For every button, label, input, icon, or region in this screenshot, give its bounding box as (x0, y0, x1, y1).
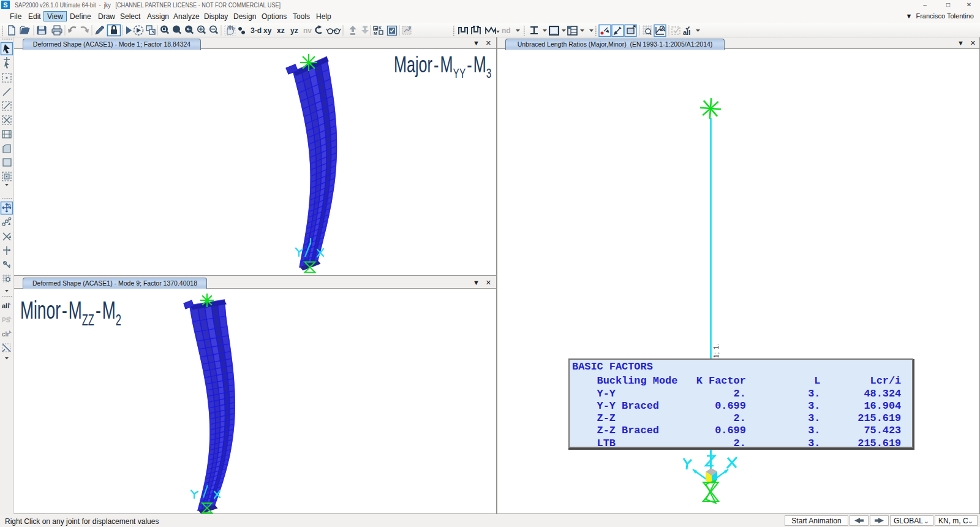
svg-text:yz: yz (290, 26, 298, 35)
svg-text:clr: clr (2, 331, 9, 338)
svg-text:nv: nv (303, 26, 312, 35)
svg-text:3-d: 3-d (251, 26, 262, 35)
svg-text:xz: xz (277, 26, 285, 35)
svg-text:PS: PS (2, 317, 10, 324)
svg-text:all: all (683, 29, 690, 36)
svg-text:K: K (379, 26, 382, 30)
svg-text:all: all (2, 302, 9, 309)
svg-text:M: M (374, 31, 377, 36)
svg-text:nd: nd (502, 26, 511, 35)
svg-text:xy: xy (263, 26, 272, 35)
